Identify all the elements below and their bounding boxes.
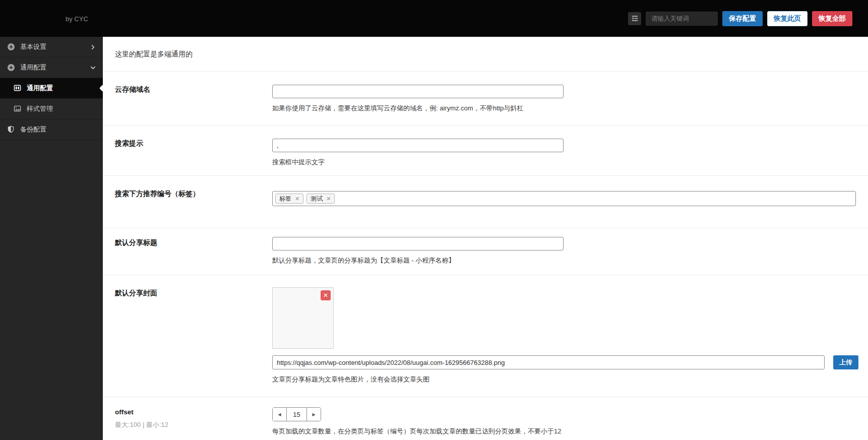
restore-page-button[interactable]: 恢复此页: [767, 11, 808, 26]
sidebar-item-general-config-group[interactable]: 通用配置: [0, 57, 103, 78]
plus-circle-icon: [7, 43, 15, 51]
top-bar: by CYC 保存配置 恢复此页 恢复全部: [0, 0, 868, 37]
top-bar-actions: 保存配置 恢复此页 恢复全部: [628, 0, 852, 37]
sidebar-item-backup-config[interactable]: 备份配置: [0, 119, 103, 140]
search-hint-input[interactable]: [272, 139, 564, 152]
field-row-offset: offset 最大:100 | 最小:12 ◀ 15 ▶ 每页加载的文章数量，在…: [103, 397, 868, 440]
upload-button[interactable]: 上传: [833, 355, 858, 369]
sidebar-item-style-management[interactable]: 样式管理: [0, 99, 103, 119]
sidebar-item-label: 通用配置: [27, 84, 53, 93]
field-row-cloud-domain: 云存储域名 如果你使用了云存储，需要在这里填写云存储的域名，例: airymz.…: [103, 72, 868, 125]
field-label: 搜索下方推荐编号（标签）: [115, 176, 272, 228]
plus-circle-icon: [7, 64, 15, 72]
settings-form: 这里的配置是多端通用的 云存储域名 如果你使用了云存储，需要在这里填写云存储的域…: [103, 37, 868, 440]
field-label: 搜索提示: [115, 125, 272, 175]
chevron-down-icon: [90, 65, 96, 71]
cover-image-preview: ✕: [272, 287, 334, 349]
image-icon: [14, 105, 22, 113]
field-label: 默认分享标题: [115, 228, 272, 275]
brand-text: by CYC: [66, 15, 88, 23]
sidebar-item-general-config[interactable]: 通用配置: [0, 78, 103, 99]
field-label: 默认分享封面: [115, 275, 272, 397]
stepper-increment-button[interactable]: ▶: [307, 408, 321, 421]
field-help: 搜索框中提示文字: [272, 158, 856, 167]
tag-label: 测试: [311, 195, 323, 202]
field-row-share-cover: 默认分享封面 ✕ 上传 文章页分享标题为文章特色图片，没有会选择文章头图: [103, 275, 868, 397]
shield-icon: [7, 125, 15, 134]
field-help: 默认分享标题，文章页的分享标题为【文章标题 - 小程序名称】: [272, 256, 856, 265]
tags-input[interactable]: 标签 ✕ 测试 ✕: [272, 191, 856, 206]
stepper-value[interactable]: 15: [286, 408, 307, 421]
offset-stepper: ◀ 15 ▶: [272, 407, 321, 421]
field-row-search-tags: 搜索下方推荐编号（标签） 标签 ✕ 测试 ✕: [103, 176, 868, 228]
sidebar-item-label: 样式管理: [27, 104, 53, 113]
delete-image-button[interactable]: ✕: [321, 290, 331, 300]
field-row-search-hint: 搜索提示 搜索框中提示文字: [103, 125, 868, 176]
field-label: 云存储域名: [115, 72, 272, 125]
field-help: 如果你使用了云存储，需要在这里填写云存储的域名，例: airymz.com，不带…: [272, 104, 856, 113]
settings-app: by CYC 保存配置 恢复此页 恢复全部 基本设置: [0, 0, 868, 440]
share-title-input[interactable]: [272, 237, 564, 250]
tag-chip: 测试 ✕: [306, 194, 335, 204]
sidebar: 基本设置 通用配置 通用配置 样式管理: [0, 37, 103, 440]
restore-all-button[interactable]: 恢复全部: [812, 11, 852, 26]
sidebar-item-label: 基本设置: [20, 42, 46, 51]
sidebar-item-basic-settings[interactable]: 基本设置: [0, 37, 103, 57]
menu-fold-icon: [631, 15, 639, 22]
tag-remove-icon[interactable]: ✕: [295, 195, 299, 202]
menu-fold-button[interactable]: [628, 12, 641, 25]
field-help: 文章页分享标题为文章特色图片，没有会选择文章头图: [272, 375, 858, 384]
tag-chip: 标签 ✕: [275, 194, 303, 204]
keyword-search-input[interactable]: [646, 12, 718, 26]
field-row-share-title: 默认分享标题 默认分享标题，文章页的分享标题为【文章标题 - 小程序名称】: [103, 228, 868, 275]
columns-icon: [14, 84, 22, 92]
tag-label: 标签: [279, 195, 291, 202]
field-help: 每页加载的文章数量，在分类页与标签（编号）页每次加载文章的数量已达到分页效果，不…: [272, 427, 856, 436]
offset-limits: 最大:100 | 最小:12: [115, 420, 272, 429]
tag-remove-icon[interactable]: ✕: [326, 195, 331, 202]
sidebar-item-label: 备份配置: [20, 125, 46, 134]
chevron-right-icon: [90, 44, 96, 50]
stepper-decrement-button[interactable]: ◀: [273, 408, 286, 421]
intro-note: 这里的配置是多端通用的: [103, 37, 868, 72]
sidebar-item-label: 通用配置: [20, 63, 46, 72]
cover-url-input[interactable]: [272, 355, 825, 369]
field-label: offset: [115, 408, 272, 416]
cloud-domain-input[interactable]: [272, 85, 564, 98]
save-config-button[interactable]: 保存配置: [722, 11, 763, 26]
